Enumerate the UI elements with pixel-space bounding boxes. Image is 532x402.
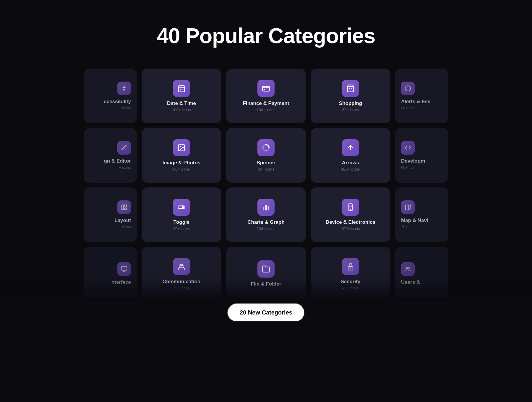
security-name: Security [340, 279, 360, 285]
layout-text: Layout + icons [114, 218, 131, 229]
category-row-1: ccessibility icons 07 Date & Time 100+ i… [0, 69, 532, 123]
badge-row: 20 New Categories [0, 300, 532, 322]
development-count: 60+ Ico [401, 165, 425, 170]
category-card-alerts[interactable]: Alerts & Fee 50+ Ico [395, 69, 448, 123]
svg-point-24 [182, 206, 184, 208]
security-count: 40+ icons [342, 286, 359, 290]
svg-rect-35 [121, 266, 127, 270]
svg-point-43 [350, 268, 351, 269]
arrows-icon [342, 139, 359, 156]
svg-point-44 [406, 267, 408, 269]
category-card-device[interactable]: Device & Electronics 100+ icons [311, 187, 390, 242]
category-card-shopping[interactable]: Shopping 60+ icons [311, 69, 390, 123]
svg-text:07: 07 [180, 88, 183, 91]
category-card-file-folder[interactable]: File & Folder [226, 247, 306, 302]
accessibility-name: ccessibility [104, 99, 131, 105]
file-folder-icon [257, 260, 275, 278]
svg-point-45 [408, 267, 410, 269]
svg-point-18 [265, 150, 267, 152]
spinner-count: 30+ icons [258, 167, 274, 171]
category-card-development[interactable]: Developm 60+ Ico [395, 128, 448, 183]
security-text: Security 40+ icons [340, 279, 360, 290]
accessibility-count: icons [104, 106, 131, 110]
category-card-interface[interactable]: nterface [84, 247, 137, 302]
category-card-arrows[interactable]: Arrows 100+ icons [311, 128, 390, 183]
category-card-communication[interactable]: Communication 70+ icons [142, 247, 221, 302]
users-text: Users & [401, 279, 420, 286]
security-icon [342, 258, 359, 275]
device-text: Device & Electronics 100+ icons [326, 219, 375, 231]
alerts-icon [401, 82, 415, 95]
category-card-layout[interactable]: Layout + icons [84, 187, 137, 242]
category-row-3: Layout + icons Toggle 20+ icons Charts &… [0, 187, 532, 242]
categories-grid: ccessibility icons 07 Date & Time 100+ i… [0, 69, 532, 322]
toggle-name: Toggle [173, 219, 189, 225]
image-name: Image & Photos [163, 160, 200, 166]
category-row-4: nterface Communication 70+ icons File & … [0, 247, 532, 302]
category-card-charts[interactable]: Charts & Graph 100+ icons [226, 187, 306, 242]
shopping-text: Shopping 60+ icons [339, 100, 362, 112]
category-card-toggle[interactable]: Toggle 20+ icons [142, 187, 221, 242]
design-name: gn & Editor [104, 158, 131, 164]
category-card-design[interactable]: gn & Editor + icons [84, 128, 137, 183]
communication-icon [173, 258, 190, 275]
svg-point-39 [180, 265, 181, 266]
svg-rect-28 [349, 204, 352, 210]
category-card-map[interactable]: Map & Navi 70+ [395, 187, 448, 242]
device-count: 100+ icons [341, 226, 360, 231]
file-folder-name: File & Folder [251, 281, 281, 287]
charts-icon [257, 199, 275, 216]
date-time-icon: 07 [173, 80, 190, 97]
category-card-finance[interactable]: Finance & Payment 100+ icons [226, 69, 306, 123]
charts-count: 100+ icons [257, 226, 275, 231]
finance-name: Finance & Payment [243, 100, 289, 106]
svg-point-17 [262, 147, 264, 149]
spinner-name: Spinner [257, 160, 275, 166]
alerts-name: Alerts & Fee [401, 99, 430, 105]
toggle-icon [173, 199, 190, 216]
map-count: 70+ [401, 225, 428, 229]
design-text: gn & Editor + icons [104, 158, 131, 170]
date-time-text: Date & Time 100+ icons [167, 100, 196, 112]
interface-icon [117, 262, 131, 276]
alerts-count: 50+ Ico [401, 106, 430, 110]
communication-name: Communication [163, 279, 200, 285]
image-count: 60+ icons [173, 167, 190, 171]
finance-icon [257, 80, 275, 97]
map-name: Map & Navi [401, 218, 428, 223]
finance-count: 100+ icons [257, 108, 275, 112]
svg-point-41 [182, 265, 183, 266]
accessibility-text: ccessibility icons [104, 99, 131, 110]
svg-point-40 [181, 265, 182, 266]
svg-rect-27 [268, 206, 269, 210]
layout-count: + icons [114, 225, 131, 229]
date-time-count: 100+ icons [172, 108, 191, 112]
arrows-text: Arrows 100+ icons [341, 160, 360, 171]
svg-rect-20 [122, 205, 124, 210]
layout-name: Layout [114, 218, 131, 223]
shopping-icon [342, 80, 359, 97]
svg-rect-22 [125, 208, 126, 210]
development-name: Developm [401, 158, 425, 164]
toggle-text: Toggle 20+ icons [173, 219, 190, 231]
category-card-image[interactable]: Image & Photos 60+ icons [142, 128, 221, 183]
svg-rect-21 [125, 205, 126, 207]
users-name: Users & [401, 279, 420, 285]
accessibility-icon [117, 82, 131, 95]
category-card-date-time[interactable]: 07 Date & Time 100+ icons [142, 69, 221, 123]
category-card-accessibility[interactable]: ccessibility icons [84, 69, 137, 123]
map-icon [401, 200, 415, 214]
spinner-icon [257, 139, 275, 156]
toggle-count: 20+ icons [173, 226, 190, 231]
development-text: Developm 60+ Ico [401, 158, 425, 170]
category-card-users[interactable]: Users & [395, 247, 448, 302]
category-card-spinner[interactable]: Spinner 30+ icons [226, 128, 306, 183]
charts-name: Charts & Graph [247, 219, 285, 225]
arrows-name: Arrows [342, 160, 359, 166]
communication-text: Communication 70+ icons [163, 279, 200, 290]
image-text: Image & Photos 60+ icons [163, 160, 200, 171]
shopping-count: 60+ icons [342, 108, 359, 112]
category-card-security[interactable]: Security 40+ icons [311, 247, 390, 302]
communication-count: 70+ icons [173, 286, 190, 290]
new-categories-badge[interactable]: 20 New Categories [227, 303, 305, 322]
